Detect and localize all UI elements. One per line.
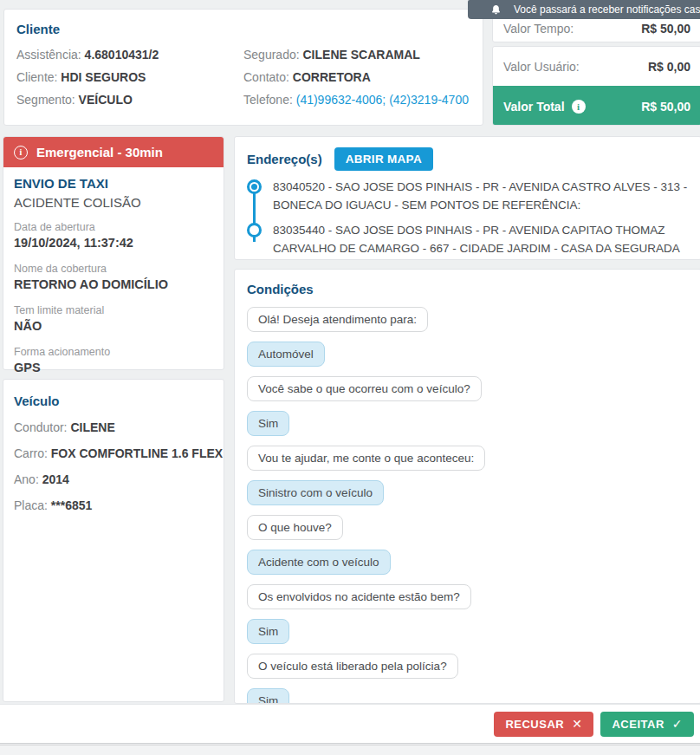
service-panel: i Emergencial - 30min ENVIO DE TAXI ACID… xyxy=(3,136,224,370)
chat-bubble-answer: Sim xyxy=(247,411,289,436)
chat-bubble-question: Você sabe o que ocorreu com o veículo? xyxy=(247,376,482,401)
chat-bubble-answer: Sinistro com o veículo xyxy=(247,480,384,505)
conditions-panel-title: Condições xyxy=(247,282,689,296)
field-segurado: Segurado: CILENE SCARAMAL xyxy=(243,46,470,63)
valor-total-row: Valor Total i R$ 50,00 xyxy=(493,86,700,126)
valor-usuario-row: Valor Usuário: R$ 0,00 xyxy=(493,47,700,86)
field-carro: Carro: FOX COMFORTLINE 1.6 FLEX xyxy=(14,445,213,462)
vehicle-panel-title: Veículo xyxy=(14,394,213,408)
bell-icon xyxy=(490,4,502,16)
field-placa: Placa: ***6851 xyxy=(14,497,213,514)
toast-text: Você passará a receber notificações caso… xyxy=(514,3,700,16)
field-ano: Ano: 2014 xyxy=(14,471,213,488)
field-data-abertura: Data de abertura 19/10/2024, 11:37:42 xyxy=(14,221,213,251)
origin-marker-icon xyxy=(247,179,262,194)
valor-tempo-value: R$ 50,00 xyxy=(641,22,690,36)
field-nome-cobertura: Nome da cobertura RETORNO AO DOMICÍLIO xyxy=(14,263,213,293)
destination-address: 83035440 - SAO JOSE DOS PINHAIS - PR - A… xyxy=(273,221,689,257)
valor-total-label: Valor Total xyxy=(503,100,565,114)
field-condutor: Condutor: CILENE xyxy=(14,419,213,436)
valor-total-value: R$ 50,00 xyxy=(641,100,690,114)
chat-bubble-answer: Acidente com o veículo xyxy=(247,550,391,575)
field-contato: Contato: CORRETORA xyxy=(243,68,470,86)
chat-bubble-question: Os envolvidos no acidente estão bem? xyxy=(247,584,471,609)
valor-tempo-label: Valor Tempo: xyxy=(503,22,574,36)
origin-address: 83040520 - SAO JOSE DOS PINHAIS - PR - A… xyxy=(273,178,689,214)
chat-bubble-question: Vou te ajudar, me conte o que aconteceu: xyxy=(247,446,485,471)
chat-bubble-question: Olá! Deseja atendimento para: xyxy=(247,307,428,332)
chat-bubble-question: O veículo está liberado pela polícia? xyxy=(247,654,458,679)
x-icon: ✕ xyxy=(572,717,582,731)
chat-bubble-question: O que houve? xyxy=(247,515,343,540)
field-forma-acionamento: Forma acionamento GPS xyxy=(14,346,213,376)
next-section-edge xyxy=(0,745,700,755)
priority-header: i Emergencial - 30min xyxy=(3,137,224,167)
address-item-destination: 83035440 - SAO JOSE DOS PINHAIS - PR - A… xyxy=(273,221,689,257)
action-bar: RECUSAR ✕ ACEITAR ✓ xyxy=(0,704,700,744)
chat-bubble-answer: Sim xyxy=(247,619,289,644)
notification-toast[interactable]: Você passará a receber notificações caso… xyxy=(468,0,700,19)
valor-usuario-label: Valor Usuário: xyxy=(503,60,580,74)
chat-bubble-answer: Sim xyxy=(247,688,289,704)
accept-button[interactable]: ACEITAR ✓ xyxy=(600,712,694,737)
service-type: ENVIO DE TAXI xyxy=(14,176,213,191)
field-segmento: Segmento: VEÍCULO xyxy=(16,91,243,108)
service-subtype: ACIDENTE COLISÃO xyxy=(14,195,213,210)
priority-info-icon: i xyxy=(14,146,28,159)
address-item-origin: 83040520 - SAO JOSE DOS PINHAIS - PR - A… xyxy=(273,178,689,214)
check-icon: ✓ xyxy=(672,717,683,731)
address-panel: Endereço(s) ABRIR MAPA 83040520 - SAO JO… xyxy=(234,136,700,260)
field-telefone: Telefone: (41)99632-4006; (42)3219-4700 xyxy=(243,91,470,108)
chat-bubble-answer: Automóvel xyxy=(247,342,325,367)
client-panel-title: Cliente xyxy=(16,22,470,36)
destination-marker-icon xyxy=(247,223,262,238)
phone-link[interactable]: (41)99632-4006; (42)3219-4700 xyxy=(296,93,469,107)
field-assistencia: Assistência: 4.68010431/2 xyxy=(16,46,243,63)
valor-summary-panel: Valor Usuário: R$ 0,00 Valor Total i R$ … xyxy=(492,46,700,126)
client-panel: Cliente Assistência: 4.68010431/2 Client… xyxy=(3,9,483,126)
valor-usuario-value: R$ 0,00 xyxy=(648,60,690,74)
priority-label: Emergencial - 30min xyxy=(36,145,163,159)
conditions-panel: Condições Olá! Deseja atendimento para: … xyxy=(234,269,700,704)
field-limite-material: Tem limite material NÃO xyxy=(14,304,213,335)
address-panel-title: Endereço(s) xyxy=(247,152,322,166)
vehicle-panel: Veículo Condutor: CILENE Carro: FOX COMF… xyxy=(3,379,224,702)
open-map-button[interactable]: ABRIR MAPA xyxy=(334,147,433,171)
info-icon[interactable]: i xyxy=(572,100,586,114)
reject-button[interactable]: RECUSAR ✕ xyxy=(494,712,593,737)
field-cliente: Cliente: HDI SEGUROS xyxy=(16,68,243,86)
